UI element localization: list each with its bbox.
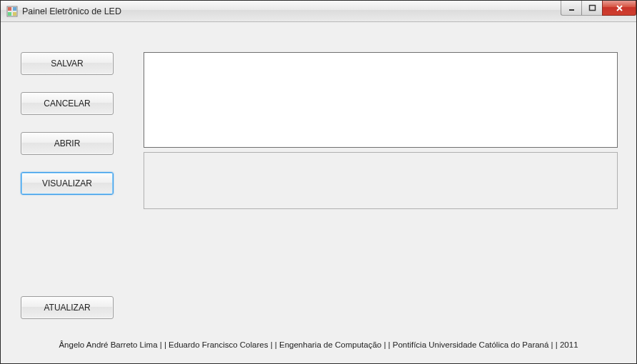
client-area: SALVAR CANCELAR ABRIR VISUALIZAR ATUALIZ… — [1, 22, 636, 363]
svg-rect-2 — [13, 7, 16, 11]
minimize-button[interactable] — [561, 1, 582, 16]
window-controls — [561, 1, 636, 16]
cancel-button[interactable]: CANCELAR — [21, 92, 114, 115]
app-icon — [6, 6, 18, 17]
save-button[interactable]: SALVAR — [21, 52, 114, 75]
window-title: Painel Eletrônico de LED — [22, 6, 121, 16]
titlebar[interactable]: Painel Eletrônico de LED — [1, 1, 636, 22]
close-button[interactable] — [602, 1, 636, 16]
svg-rect-1 — [8, 7, 11, 11]
app-window: Painel Eletrônico de LED SALVAR CANCELAR… — [0, 0, 637, 364]
footer-credits: Ângelo André Barreto Lima | | Eduardo Fr… — [1, 340, 636, 349]
svg-rect-6 — [589, 5, 595, 10]
maximize-button[interactable] — [581, 1, 603, 16]
svg-rect-4 — [13, 12, 16, 16]
svg-rect-3 — [8, 12, 11, 16]
update-button[interactable]: ATUALIZAR — [21, 296, 114, 319]
button-column: SALVAR CANCELAR ABRIR VISUALIZAR — [21, 52, 114, 195]
visualize-button[interactable]: VISUALIZAR — [21, 172, 114, 195]
message-input[interactable] — [144, 52, 618, 148]
preview-panel — [144, 152, 618, 209]
open-button[interactable]: ABRIR — [21, 132, 114, 155]
